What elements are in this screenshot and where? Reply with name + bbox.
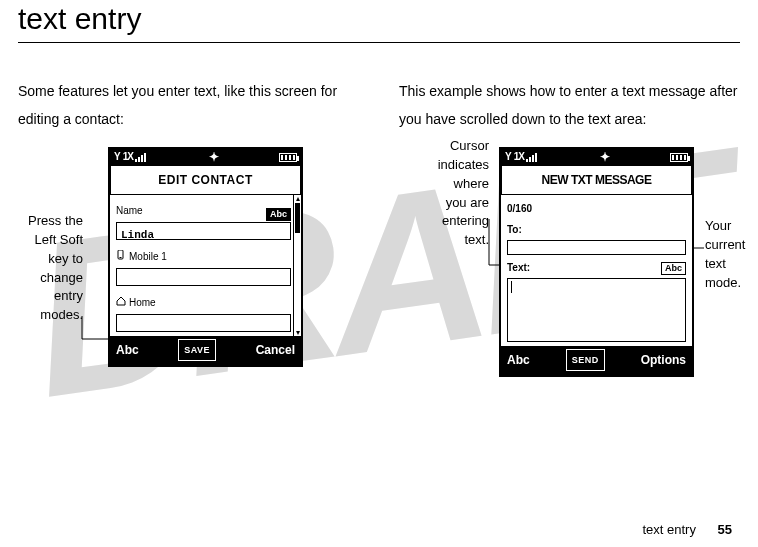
page-number: 55 bbox=[718, 522, 732, 537]
text-mode-chip: Abc bbox=[266, 208, 291, 221]
scroll-up-icon[interactable]: ▴ bbox=[294, 195, 301, 202]
scrollbar[interactable]: ▴ ▾ bbox=[293, 195, 300, 336]
text-mode-chip: Abc bbox=[661, 262, 686, 275]
softkey-row: Abc SAVE Cancel bbox=[110, 336, 301, 365]
scroll-down-icon[interactable]: ▾ bbox=[294, 329, 301, 336]
antenna-icon bbox=[505, 147, 512, 167]
left-softkey[interactable]: Abc bbox=[116, 338, 139, 362]
svg-rect-7 bbox=[529, 157, 531, 162]
page-title: text entry bbox=[18, 0, 740, 36]
signal-bars-icon bbox=[526, 153, 540, 162]
svg-rect-1 bbox=[138, 157, 140, 162]
center-softkey[interactable]: SEND bbox=[566, 349, 605, 371]
page-footer: text entry 55 bbox=[642, 522, 732, 537]
scroll-thumb[interactable] bbox=[295, 203, 300, 233]
home-icon bbox=[116, 293, 126, 313]
left-softkey[interactable]: Abc bbox=[507, 348, 530, 372]
text-label: Text: bbox=[507, 258, 530, 278]
battery-icon bbox=[670, 153, 688, 162]
edit-contact-screen: 1X ✦ EDIT CONTACT Name Abc bbox=[108, 147, 303, 367]
char-counter: 0/160 bbox=[507, 199, 686, 220]
screen-title: EDIT CONTACT bbox=[110, 165, 301, 195]
svg-rect-0 bbox=[135, 159, 137, 162]
svg-rect-3 bbox=[144, 153, 146, 162]
right-softkey[interactable]: Cancel bbox=[256, 338, 295, 362]
footer-section-label: text entry bbox=[642, 522, 695, 537]
mobile-input[interactable] bbox=[116, 268, 291, 286]
softkey-row: Abc SEND Options bbox=[501, 346, 692, 375]
signal-bars-icon bbox=[135, 153, 149, 162]
status-bar: 1X ✦ bbox=[110, 149, 301, 165]
mobile-field-label: Mobile 1 bbox=[116, 247, 291, 267]
name-field-label: Name bbox=[116, 201, 143, 221]
screen-body: 0/160 To: Text: Abc bbox=[501, 195, 692, 346]
plus-icon: ✦ bbox=[209, 145, 219, 169]
svg-rect-2 bbox=[141, 155, 143, 162]
svg-rect-9 bbox=[535, 153, 537, 162]
left-callout: Press the Left Soft key to change entry … bbox=[8, 212, 83, 325]
home-input[interactable] bbox=[116, 314, 291, 332]
title-rule bbox=[18, 42, 740, 43]
message-textarea[interactable] bbox=[507, 278, 686, 342]
left-intro-text: Some features let you enter text, like t… bbox=[18, 77, 359, 133]
text-label-row: Text: Abc bbox=[507, 258, 686, 278]
cursor-callout: Cursor indicates where you are entering … bbox=[427, 137, 489, 250]
mobile-icon bbox=[116, 247, 126, 267]
network-1x: 1X bbox=[123, 147, 133, 167]
right-softkey[interactable]: Options bbox=[641, 348, 686, 372]
screen-body: Name Abc Linda Mobile 1 bbox=[110, 195, 301, 336]
svg-rect-6 bbox=[526, 159, 528, 162]
name-input[interactable]: Linda bbox=[116, 222, 291, 240]
mode-callout: Your current text mode. bbox=[705, 217, 758, 292]
screen-title: NEW TXT MESSAGE bbox=[501, 165, 692, 195]
home-field-label: Home bbox=[116, 293, 291, 313]
network-1x: 1X bbox=[514, 147, 524, 167]
battery-icon bbox=[279, 153, 297, 162]
to-label: To: bbox=[507, 220, 686, 240]
right-intro-text: This example shows how to enter a text m… bbox=[399, 77, 740, 133]
center-softkey[interactable]: SAVE bbox=[178, 339, 216, 361]
svg-rect-5 bbox=[120, 257, 122, 258]
to-input[interactable] bbox=[507, 240, 686, 255]
plus-icon: ✦ bbox=[600, 145, 610, 169]
status-bar: 1X ✦ bbox=[501, 149, 692, 165]
text-cursor bbox=[511, 281, 512, 293]
new-txt-screen: 1X ✦ NEW TXT MESSAGE 0/160 To: bbox=[499, 147, 694, 377]
svg-rect-8 bbox=[532, 155, 534, 162]
antenna-icon bbox=[114, 147, 121, 167]
